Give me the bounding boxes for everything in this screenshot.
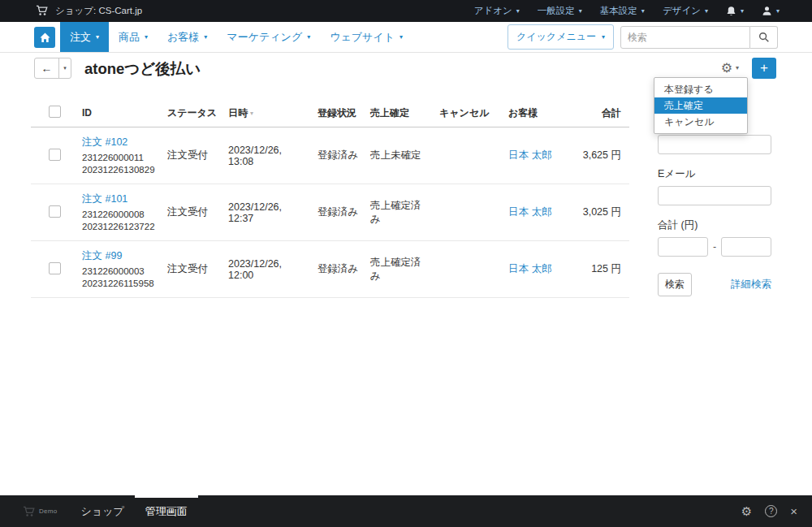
select-all-checkbox[interactable] bbox=[49, 106, 61, 118]
home-icon bbox=[39, 32, 51, 43]
topbar: ショップ: CS-Cart.jp アドオン▾ 一般設定▾ 基本設定▾ デザイン▾… bbox=[0, 0, 812, 22]
order-total: 3,625 円 bbox=[568, 127, 629, 184]
help-icon[interactable]: ? bbox=[765, 505, 777, 517]
back-button-group: ← ▾ bbox=[34, 58, 71, 79]
plus-icon: + bbox=[760, 60, 768, 76]
order-link[interactable]: 注文 #102 bbox=[82, 136, 158, 149]
column-header-cancel[interactable]: キャンセル bbox=[434, 99, 503, 127]
nav-tab-marketing[interactable]: マーケティング▾ bbox=[217, 22, 320, 52]
column-header-total[interactable]: 合計 bbox=[568, 99, 629, 127]
quick-menu-button[interactable]: クイックメニュー▾ bbox=[508, 24, 614, 50]
home-button[interactable] bbox=[34, 27, 55, 48]
row-checkbox[interactable] bbox=[49, 262, 61, 274]
column-header-status[interactable]: ステータス bbox=[162, 99, 223, 127]
nav-tab-label: ウェブサイト bbox=[330, 30, 395, 45]
menu-item-register[interactable]: 本登録する bbox=[654, 81, 747, 97]
menu-item-confirm-sales[interactable]: 売上確定 bbox=[654, 97, 747, 114]
user-icon bbox=[762, 6, 772, 16]
cart-icon bbox=[36, 5, 48, 18]
topbar-menu-label: デザイン bbox=[663, 5, 701, 17]
gear-icon: ⚙ bbox=[721, 62, 732, 75]
total-range: - bbox=[658, 237, 771, 257]
row-checkbox[interactable] bbox=[49, 205, 61, 218]
column-header-datetime[interactable]: 日時▾ bbox=[223, 99, 313, 127]
bottombar-tab-admin[interactable]: 管理画面 bbox=[135, 495, 198, 527]
cart-icon bbox=[23, 506, 35, 517]
order-datetime: 2023/12/26, 13:08 bbox=[223, 127, 313, 184]
filter-search-button[interactable]: 検索 bbox=[658, 273, 692, 296]
chevron-down-icon: ▾ bbox=[307, 34, 310, 41]
column-label: 売上確定 bbox=[370, 107, 409, 119]
order-link[interactable]: 注文 #99 bbox=[82, 249, 158, 263]
close-icon[interactable]: × bbox=[790, 504, 797, 518]
search-button[interactable] bbox=[750, 26, 778, 49]
row-checkbox[interactable] bbox=[49, 149, 61, 161]
bottombar-tab-storefront[interactable]: ショップ bbox=[71, 495, 135, 527]
transaction-id: 231226000003 bbox=[82, 266, 158, 278]
email-label: Eメール bbox=[658, 167, 771, 181]
quick-menu-label: クイックメニュー bbox=[516, 30, 596, 44]
order-datetime: 2023/12/26, 12:00 bbox=[223, 241, 313, 298]
back-button[interactable]: ← bbox=[35, 58, 58, 78]
chevron-down-icon: ▾ bbox=[96, 34, 99, 41]
advanced-search-link[interactable]: 詳細検索 bbox=[731, 278, 771, 292]
column-label: ステータス bbox=[167, 107, 217, 119]
nav-tab-label: 注文 bbox=[70, 30, 91, 45]
sort-icon: ▾ bbox=[250, 110, 253, 117]
total-to-field[interactable] bbox=[721, 237, 771, 257]
search-icon bbox=[758, 32, 770, 43]
topbar-menu-design[interactable]: デザイン▾ bbox=[663, 5, 708, 17]
demo-badge: Demo bbox=[39, 508, 58, 515]
order-link[interactable]: 注文 #101 bbox=[82, 192, 158, 206]
nav-tab-orders[interactable]: 注文▾ bbox=[60, 22, 109, 52]
chevron-down-icon: ▾ bbox=[602, 34, 605, 41]
column-label: お客様 bbox=[508, 107, 538, 119]
transaction-id: 231226000008 bbox=[82, 209, 158, 221]
bottombar-icons: ⚙ ? × bbox=[741, 495, 812, 527]
bottombar: Demo ショップ 管理画面 ⚙ ? × bbox=[0, 495, 812, 527]
column-header-customer[interactable]: お客様 bbox=[503, 99, 568, 127]
menu-item-cancel[interactable]: キャンセル bbox=[654, 114, 747, 130]
table-header-row: ID ステータス 日時▾ 登録状況 売上確定 キャンセル お客様 合計 bbox=[31, 99, 629, 127]
orders-table: ID ステータス 日時▾ 登録状況 売上確定 キャンセル お客様 合計 注文 #… bbox=[31, 99, 629, 298]
nav-tab-products[interactable]: 商品▾ bbox=[109, 22, 158, 52]
customer-link[interactable]: 日本 太郎 bbox=[508, 206, 551, 218]
topbar-menu-addons[interactable]: アドオン▾ bbox=[474, 5, 520, 17]
cancel-status bbox=[434, 127, 503, 184]
add-button[interactable]: + bbox=[752, 58, 776, 79]
nav-tab-website[interactable]: ウェブサイト▾ bbox=[320, 22, 412, 52]
settings-gear-icon[interactable]: ⚙ bbox=[741, 504, 752, 519]
order-status: 注文受付 bbox=[162, 127, 223, 184]
admin-screen: ショップ: CS-Cart.jp アドオン▾ 一般設定▾ 基本設定▾ デザイン▾… bbox=[0, 0, 812, 527]
email-field[interactable] bbox=[658, 186, 771, 205]
column-header-sales[interactable]: 売上確定 bbox=[365, 99, 434, 127]
gear-menu-button[interactable]: ⚙▾ bbox=[721, 62, 739, 75]
column-header-id[interactable]: ID bbox=[77, 99, 162, 127]
table-row: 注文 #99 231226000003 20231226115958 注文受付 … bbox=[31, 241, 629, 298]
topbar-menu-general-settings[interactable]: 一般設定▾ bbox=[538, 5, 582, 17]
table-row: 注文 #101 231226000008 20231226123722 注文受付… bbox=[31, 184, 629, 241]
chevron-down-icon: ▾ bbox=[516, 8, 520, 15]
column-header-registration[interactable]: 登録状況 bbox=[313, 99, 365, 127]
order-total: 3,025 円 bbox=[568, 184, 629, 241]
filter-field-input[interactable] bbox=[658, 135, 771, 154]
user-menu[interactable]: ▾ bbox=[762, 6, 780, 16]
nav-tab-customers[interactable]: お客様▾ bbox=[158, 22, 217, 52]
chevron-down-icon: ▾ bbox=[579, 8, 582, 15]
registration-status: 登録済み bbox=[313, 127, 365, 184]
filter-actions: 検索 詳細検索 bbox=[658, 273, 771, 296]
customer-link[interactable]: 日本 太郎 bbox=[508, 149, 551, 161]
search-input[interactable] bbox=[620, 26, 750, 49]
total-from-field[interactable] bbox=[658, 237, 708, 257]
page-title: atoneつど後払い bbox=[84, 58, 201, 79]
customer-link[interactable]: 日本 太郎 bbox=[508, 263, 551, 274]
total-label: 合計 (円) bbox=[658, 218, 771, 232]
notifications-menu[interactable]: ▾ bbox=[726, 6, 744, 17]
column-label: 合計 bbox=[602, 107, 621, 119]
back-dropdown-toggle[interactable]: ▾ bbox=[58, 58, 71, 78]
transaction-id: 231226000011 bbox=[82, 152, 158, 164]
shop-transaction-id: 20231226130829 bbox=[82, 164, 158, 176]
shop-transaction-id: 20231226115958 bbox=[82, 278, 158, 290]
demo-logo: Demo bbox=[23, 495, 58, 527]
topbar-menu-basic-settings[interactable]: 基本設定▾ bbox=[600, 5, 645, 17]
